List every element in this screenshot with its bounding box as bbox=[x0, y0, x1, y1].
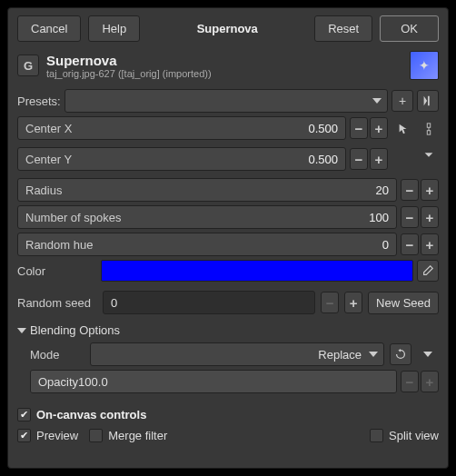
chevron-down-icon bbox=[17, 328, 26, 333]
svg-rect-0 bbox=[428, 96, 430, 106]
cancel-button[interactable]: Cancel bbox=[17, 15, 81, 42]
link-icon[interactable] bbox=[418, 118, 440, 140]
preview-checkbox[interactable]: ✔ bbox=[17, 429, 31, 442]
center-x-decr[interactable]: − bbox=[350, 117, 368, 139]
units-dropdown[interactable] bbox=[418, 144, 440, 165]
center-x-incr[interactable]: + bbox=[370, 117, 388, 139]
seed-incr[interactable]: + bbox=[344, 292, 362, 313]
reset-button[interactable]: Reset bbox=[314, 15, 372, 42]
on-canvas-checkbox[interactable]: ✔ bbox=[17, 408, 31, 421]
mode-label: Mode bbox=[30, 348, 84, 362]
split-view-label: Split view bbox=[389, 429, 439, 442]
opacity-incr[interactable]: + bbox=[421, 371, 439, 392]
seed-decr[interactable]: − bbox=[321, 292, 339, 313]
mode-dropdown[interactable]: Replace bbox=[90, 342, 384, 366]
center-y-decr[interactable]: − bbox=[350, 148, 368, 170]
chevron-down-icon bbox=[372, 98, 382, 104]
preview-label: Preview bbox=[36, 429, 78, 442]
random-hue-input[interactable]: Random hue 0 bbox=[17, 233, 397, 256]
opacity-decr[interactable]: − bbox=[401, 371, 419, 392]
blending-title: Blending Options bbox=[30, 323, 120, 337]
ok-button[interactable]: OK bbox=[380, 15, 439, 42]
preset-add-button[interactable]: + bbox=[392, 90, 413, 112]
seed-label: Random seed bbox=[17, 296, 97, 310]
header: G Supernova taj_orig.jpg-627 ([taj_orig]… bbox=[17, 51, 439, 80]
mode-menu-icon[interactable] bbox=[417, 343, 439, 365]
radius-incr[interactable]: + bbox=[421, 179, 439, 201]
mode-reset-button[interactable] bbox=[390, 343, 411, 365]
spokes-incr[interactable]: + bbox=[421, 206, 439, 228]
on-canvas-label: On-canvas controls bbox=[36, 408, 146, 421]
svg-rect-1 bbox=[427, 124, 431, 127]
preset-menu-button[interactable] bbox=[417, 90, 439, 112]
new-seed-button[interactable]: New Seed bbox=[368, 292, 439, 314]
center-x-input[interactable]: Center X 0.500 bbox=[17, 116, 346, 140]
randhue-incr[interactable]: + bbox=[421, 233, 439, 255]
image-path-label: taj_orig.jpg-627 ([taj_orig] (imported)) bbox=[46, 68, 212, 79]
radius-decr[interactable]: − bbox=[401, 179, 419, 201]
svg-rect-2 bbox=[427, 131, 431, 134]
presets-label: Presets: bbox=[17, 94, 61, 108]
seed-input[interactable]: 0 bbox=[103, 291, 315, 314]
top-button-bar: Cancel Help Supernova Reset OK bbox=[17, 15, 439, 42]
center-y-incr[interactable]: + bbox=[370, 148, 388, 170]
spokes-input[interactable]: Number of spokes 100 bbox=[17, 205, 397, 229]
gimp-logo-icon: G bbox=[17, 55, 39, 76]
preview-thumbnail[interactable]: ✦ bbox=[410, 51, 439, 80]
dialog-title: Supernova bbox=[147, 22, 307, 35]
color-label: Color bbox=[17, 264, 97, 278]
split-view-checkbox[interactable] bbox=[370, 429, 383, 442]
spokes-decr[interactable]: − bbox=[401, 206, 419, 228]
presets-dropdown[interactable] bbox=[64, 89, 388, 113]
help-button[interactable]: Help bbox=[88, 15, 140, 42]
pick-point-button[interactable] bbox=[392, 118, 414, 140]
chevron-down-icon bbox=[369, 352, 378, 357]
radius-input[interactable]: Radius 20 bbox=[17, 178, 397, 202]
merge-filter-checkbox[interactable] bbox=[89, 429, 103, 442]
opacity-slider[interactable]: Opacity 100.0 bbox=[30, 370, 397, 393]
merge-filter-label: Merge filter bbox=[108, 429, 167, 442]
color-picker-button[interactable] bbox=[417, 260, 439, 282]
color-swatch[interactable] bbox=[101, 260, 413, 282]
center-y-input[interactable]: Center Y 0.500 bbox=[17, 147, 346, 171]
randhue-decr[interactable]: − bbox=[401, 233, 419, 255]
dialog-window: Cancel Help Supernova Reset OK G Superno… bbox=[7, 7, 449, 469]
filter-name: Supernova bbox=[46, 53, 212, 68]
blending-expander[interactable]: Blending Options bbox=[17, 323, 439, 337]
